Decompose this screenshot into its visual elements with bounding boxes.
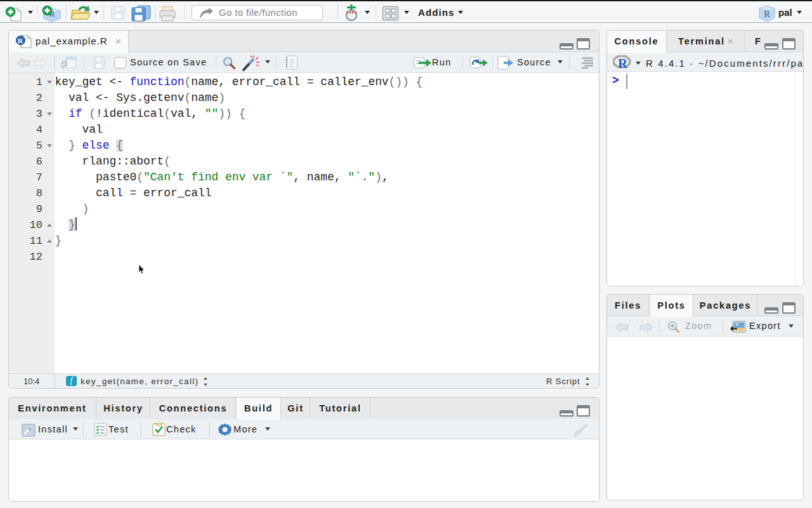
svg-text:R: R — [18, 37, 23, 44]
svg-text:R: R — [764, 10, 771, 19]
svg-text:R: R — [618, 56, 628, 69]
